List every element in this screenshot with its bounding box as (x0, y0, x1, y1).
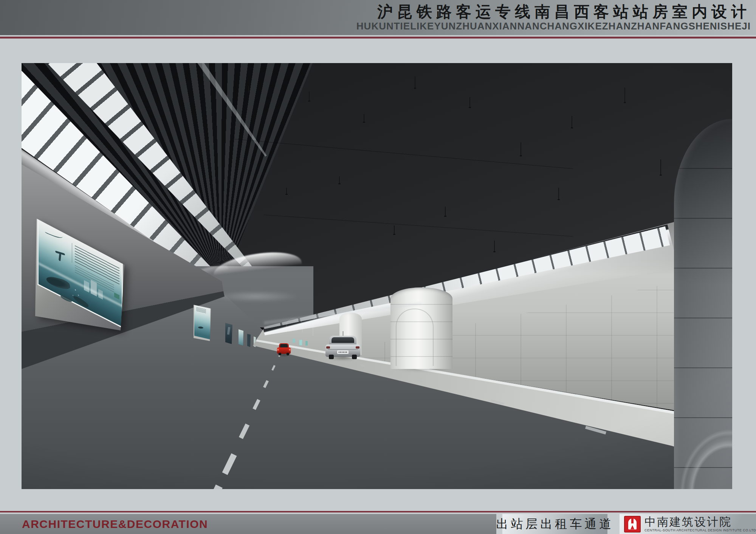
footer-divider-maroon (0, 511, 756, 512)
institute-name-en: CENTRAL-SOUTH ARCHITECTURAL DESIGN INSTI… (644, 528, 756, 532)
logo-slot (631, 519, 634, 523)
page-title: 沪昆铁路客运专线南昌西客站站房室内设计 (377, 4, 751, 20)
header: 沪昆铁路客运专线南昌西客站站房室内设计 HUKUNTIELIKEYUNZHUAN… (0, 0, 756, 35)
header-divider-maroon (0, 37, 756, 39)
render-viewport (22, 63, 732, 489)
footer-panel-caption: 出站层出租车通道 (502, 514, 607, 534)
institute-name-block: 中南建筑设计院 CENTRAL-SOUTH ARCHITECTURAL DESI… (644, 516, 756, 532)
institute-name-cn: 中南建筑设计院 (644, 516, 756, 528)
brand-wordmark: ARCHITECTURE&DECORATION (22, 518, 208, 531)
footer-panel-gap (607, 514, 620, 534)
page-subtitle-pinyin: HUKUNTIELIKEYUNZHUANXIANNANCHANGXIKEZHAN… (356, 21, 751, 31)
presentation-board: 沪昆铁路客运专线南昌西客站站房室内设计 HUKUNTIELIKEYUNZHUAN… (0, 0, 756, 534)
vignette (22, 63, 732, 489)
institute-logo-icon (624, 516, 641, 532)
drawing-caption: 出站层出租车通道 (496, 516, 614, 532)
footer-panel-institute: 中南建筑设计院 CENTRAL-SOUTH ARCHITECTURAL DESI… (620, 514, 756, 534)
footer: ARCHITECTURE&DECORATION 出站层出租车通道 中南建筑设计院… (0, 514, 756, 534)
footer-panel-brand: ARCHITECTURE&DECORATION (0, 514, 496, 534)
